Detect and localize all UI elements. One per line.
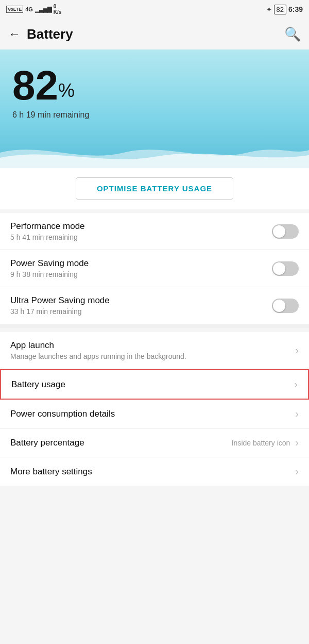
app-launch-item[interactable]: App launch Manage launches and apps runn… — [0, 332, 309, 369]
toggle-knob-3 — [273, 300, 285, 312]
clock: 6:39 — [288, 5, 303, 13]
percent-symbol: % — [58, 81, 75, 100]
search-button[interactable]: 🔍 — [284, 26, 301, 42]
battery-percentage-title: Battery percentage — [10, 438, 232, 448]
top-bar-left: ← Battery — [8, 26, 73, 42]
power-saving-toggle[interactable] — [272, 261, 299, 276]
more-battery-settings-item[interactable]: More battery settings › — [0, 457, 309, 486]
power-saving-title: Power Saving mode — [10, 258, 272, 269]
power-saving-mode-item: Power Saving mode 9 h 38 min remaining — [0, 250, 309, 287]
battery-hero: 82% 6 h 19 min remaining — [0, 49, 309, 168]
power-consumption-title: Power consumption details — [10, 409, 295, 419]
modes-section: Performance mode 5 h 41 min remaining Po… — [0, 213, 309, 324]
app-launch-chevron: › — [295, 344, 299, 356]
battery-percentage-item[interactable]: Battery percentage Inside battery icon › — [0, 428, 309, 457]
wave-decoration — [0, 137, 309, 168]
power-consumption-item[interactable]: Power consumption details › — [0, 400, 309, 428]
battery-remaining: 6 h 19 min remaining — [12, 110, 89, 120]
more-battery-chevron: › — [295, 466, 299, 477]
status-left: VoLTE 4G ▁▃▅▇ 0K/s — [6, 4, 61, 15]
volte-indicator: VoLTE — [6, 6, 23, 13]
battery-number: 82 — [12, 65, 58, 106]
toggle-knob-2 — [273, 262, 285, 275]
battery-usage-item[interactable]: Battery usage › — [0, 369, 309, 400]
section-divider-1 — [0, 324, 309, 328]
app-launch-title: App launch — [10, 340, 295, 351]
performance-mode-item: Performance mode 5 h 41 min remaining — [0, 213, 309, 250]
ultra-power-toggle[interactable] — [272, 299, 299, 313]
top-bar: ← Battery 🔍 — [0, 19, 309, 49]
ultra-power-saving-item: Ultra Power Saving mode 33 h 17 min rema… — [0, 287, 309, 324]
battery-percentage-value: Inside battery icon — [232, 439, 290, 447]
power-consumption-chevron: › — [295, 408, 299, 420]
status-right: ✦ 82 6:39 — [266, 5, 303, 14]
battery-percentage: 82% — [12, 65, 89, 106]
battery-status-icon: 82 — [274, 5, 286, 14]
signal-bars: ▁▃▅▇ — [35, 6, 52, 13]
toggle-knob — [273, 225, 285, 238]
battery-usage-chevron: › — [294, 378, 298, 390]
menu-section: App launch Manage launches and apps runn… — [0, 332, 309, 486]
power-saving-subtitle: 9 h 38 min remaining — [10, 270, 272, 278]
app-launch-subtitle: Manage launches and apps running in the … — [10, 352, 295, 360]
status-bar: VoLTE 4G ▁▃▅▇ 0K/s ✦ 82 6:39 — [0, 0, 309, 19]
back-button[interactable]: ← — [8, 27, 21, 41]
signal-4g: 4G — [25, 6, 33, 12]
page-title: Battery — [27, 26, 73, 42]
performance-mode-subtitle: 5 h 41 min remaining — [10, 233, 272, 241]
more-battery-title: More battery settings — [10, 467, 295, 477]
battery-info: 82% 6 h 19 min remaining — [12, 65, 89, 120]
bluetooth-icon: ✦ — [266, 6, 272, 13]
battery-usage-title: Battery usage — [11, 379, 294, 390]
performance-mode-title: Performance mode — [10, 221, 272, 232]
performance-mode-toggle[interactable] — [272, 224, 299, 239]
ultra-power-subtitle: 33 h 17 min remaining — [10, 307, 272, 316]
ultra-power-title: Ultra Power Saving mode — [10, 295, 272, 306]
optimise-section: OPTIMISE BATTERY USAGE — [0, 168, 309, 209]
data-speed: 0K/s — [54, 4, 62, 15]
optimise-button[interactable]: OPTIMISE BATTERY USAGE — [76, 177, 233, 200]
battery-percentage-chevron: › — [295, 437, 299, 449]
